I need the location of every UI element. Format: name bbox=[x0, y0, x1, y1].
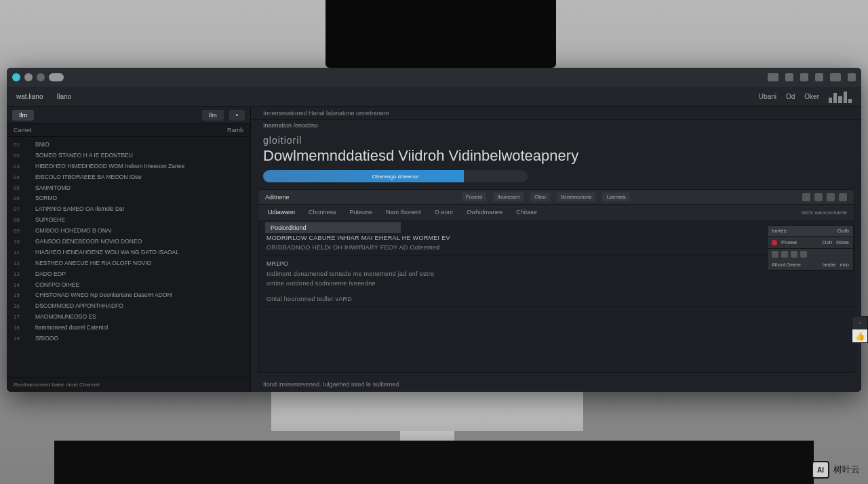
content-footer: Itond insinentevened. Iulgaehed iated le… bbox=[251, 377, 861, 392]
activity-sparkline-icon bbox=[829, 91, 852, 103]
content-tab[interactable]: Owhidmanee bbox=[464, 207, 505, 217]
menu-item-2[interactable]: Ilano bbox=[56, 93, 71, 100]
sidebar-row[interactable]: 10GANSOO DENEBEOOR NOVIO DONEO bbox=[7, 237, 250, 247]
sidebar-row[interactable]: 11HIASHEO HENEAHOENE WOU WA NG DATO ISAO… bbox=[7, 247, 250, 258]
filter-icon-group bbox=[802, 193, 847, 201]
grid-view-icon[interactable] bbox=[802, 193, 810, 201]
sidebar-row[interactable]: 17MAOMONUNEOSO ES bbox=[7, 312, 250, 323]
filter-segment[interactable]: Ihonesen bbox=[493, 193, 524, 201]
content-tab[interactable]: Puteone bbox=[347, 207, 376, 217]
row-text: DSCOMMOED APPONTHHADFO bbox=[35, 302, 243, 310]
row-text: DADO EOP bbox=[35, 270, 243, 279]
filter-segment[interactable]: Fosent bbox=[462, 193, 486, 201]
inspector-panel[interactable]: Inntee Ooth Poeee Ooh listee bbox=[767, 225, 854, 271]
row-text: EISCOLO ITBORAEEE BA MEOON IDee bbox=[35, 174, 243, 182]
menu-item-1[interactable]: wat.liano bbox=[16, 93, 43, 100]
sort-icon[interactable] bbox=[827, 193, 835, 201]
inspector-icon-2[interactable] bbox=[781, 251, 788, 258]
sidebar-row[interactable]: 04EISCOLO ITBORAEEE BA MEOON IDee bbox=[7, 172, 250, 183]
sidebar-list[interactable]: 01BNIO02SOMEO STANEO H A IE EDONTBEU03HI… bbox=[7, 137, 250, 377]
sidebar-row[interactable]: 03HIBEOHEO HIMEDHEOOD WOM Indeon Imeeoon… bbox=[7, 161, 250, 172]
content-tab[interactable]: Chitase bbox=[513, 207, 540, 217]
sidebar-row[interactable]: 12NESTHEO ANECUE HIE RIA OLOFF NOVIO bbox=[7, 258, 250, 269]
sidebar-row[interactable]: 19SRIOOO bbox=[7, 334, 250, 344]
line-number: 05 bbox=[14, 184, 28, 193]
section-2-line-2: ontine ootdoned sodnineme Iveeedne bbox=[265, 279, 847, 288]
section-3: Ontal hoorunned tedler vARD bbox=[258, 291, 854, 307]
sidebar-row[interactable]: 02SOMEO STANEO H A IE EDONTBEU bbox=[7, 150, 250, 161]
display-icon[interactable] bbox=[830, 73, 841, 81]
line-number: 15 bbox=[14, 291, 28, 300]
side-dock[interactable]: ◦ 👍 bbox=[852, 316, 868, 343]
row-text: SRIOOO bbox=[35, 335, 243, 343]
export-icon[interactable] bbox=[848, 73, 856, 81]
sidebar-tab-2[interactable]: Ilm bbox=[202, 110, 224, 121]
more-icon[interactable] bbox=[839, 193, 847, 201]
filter-segments: FosentIhonesenOleoIloneneolonsLaemas bbox=[462, 193, 630, 201]
sidebar-row[interactable]: 09GMIBOO HOHEDMO B ONAI bbox=[7, 226, 250, 237]
content-tab[interactable]: Udiawann bbox=[265, 207, 298, 217]
inspector-row-label-1: Poeee bbox=[781, 239, 797, 245]
page-title: Dowlmemnddatiesd Viidroh Vidinbelwoteapn… bbox=[251, 146, 861, 170]
line-number: 10 bbox=[14, 238, 28, 246]
sidebar-row[interactable]: 14CONFPO OIHEE bbox=[7, 280, 250, 291]
side-dock-top-icon[interactable]: ◦ bbox=[852, 317, 867, 329]
line-number: 18 bbox=[14, 324, 28, 332]
inspector-icon-3[interactable] bbox=[791, 251, 797, 258]
window-control-pill[interactable] bbox=[49, 73, 64, 81]
sidebar-col-1: Camet bbox=[14, 127, 32, 134]
section-1: Pooiorditiond MODRIRLOW CABURE INHIAR MA… bbox=[258, 220, 854, 256]
settings-icon[interactable] bbox=[815, 73, 823, 81]
breadcrumb-secondary[interactable]: Inaenation /enoctino bbox=[251, 120, 861, 131]
titlebar bbox=[7, 68, 861, 87]
line-number: 08 bbox=[14, 216, 28, 224]
sidebar-tab-1[interactable]: Ilm bbox=[12, 110, 34, 121]
sidebar-row[interactable]: 16DSCOMMOED APPONTHHADFO bbox=[7, 301, 250, 312]
sidebar-row[interactable]: 01BNIO bbox=[7, 140, 250, 150]
window-control-minimize[interactable] bbox=[24, 73, 33, 81]
main-content: Innemenationed Hanal lalonatone unnetran… bbox=[251, 107, 861, 392]
sidebar-tab-3[interactable]: • bbox=[229, 110, 245, 121]
sidebar-col-2: Ramb bbox=[227, 127, 243, 134]
sidebar-row[interactable]: 08SUPIOEHE bbox=[7, 215, 250, 226]
battery-icon bbox=[768, 73, 778, 81]
background-monitor-bezel bbox=[326, 0, 556, 68]
sidebar-row[interactable]: 13DADO EOP bbox=[7, 269, 250, 280]
row-text: GANSOO DENEBEOOR NOVIO DONEO bbox=[35, 238, 243, 246]
sync-icon[interactable] bbox=[785, 73, 793, 81]
row-text: HIASHEO HENEAHOENE WOU WA NG DATO ISAOAL bbox=[35, 249, 243, 257]
row-text: GMIBOO HOHEDMO B ONAI bbox=[35, 227, 243, 235]
section-1-title[interactable]: Pooiorditiond bbox=[265, 222, 401, 233]
content-tab[interactable]: O eonr bbox=[432, 207, 456, 217]
inspector-icon-1[interactable] bbox=[772, 251, 778, 258]
filter-segment[interactable]: Oleo bbox=[530, 193, 550, 201]
sidebar-row[interactable]: 07LATIRNIO EAMEO OA Ilemele Dar bbox=[7, 204, 250, 215]
sidebar-row[interactable]: 05SANMITOMD bbox=[7, 183, 250, 194]
content-tab[interactable]: Chonness bbox=[306, 207, 339, 217]
watermark: AI 树叶云 bbox=[812, 461, 860, 479]
inspector-row-c: Ooh bbox=[822, 239, 832, 245]
progress-fill bbox=[263, 170, 464, 182]
filter-segment[interactable]: Laemas bbox=[602, 193, 629, 201]
sidebar-row[interactable]: 06SORMO bbox=[7, 193, 250, 204]
content-tab[interactable]: Nam Ihonent bbox=[383, 207, 424, 217]
inspector-icon-4[interactable] bbox=[800, 251, 807, 258]
inspector-header: Inntee Ooth bbox=[768, 226, 853, 237]
window-control-close[interactable] bbox=[12, 73, 20, 81]
sidebar-tab-row: Ilm Ilm • bbox=[7, 107, 250, 124]
section-1-line-1: MODRIRLOW CABURE INHIAR MAI EHERAL HE WO… bbox=[265, 233, 847, 243]
list-view-icon[interactable] bbox=[814, 193, 823, 201]
filter-segment[interactable]: Iloneneolons bbox=[557, 193, 595, 201]
row-text: CHISTONAD WNEO Np Deonitertene DaserH AD… bbox=[35, 291, 243, 300]
row-text: SANMITOMD bbox=[35, 184, 243, 193]
content-box: Pooiorditiond MODRIRLOW CABURE INHIAR MA… bbox=[258, 220, 854, 373]
window-control-maximize[interactable] bbox=[37, 73, 45, 81]
toolbar-status-3: Oker bbox=[804, 93, 819, 100]
record-icon[interactable] bbox=[772, 240, 777, 245]
side-dock-thumb-icon[interactable]: 👍 bbox=[852, 329, 867, 342]
sidebar-row[interactable]: 18hammoneed doorel Catentol bbox=[7, 323, 250, 334]
inspector-row-1[interactable]: Poeee Ooh listee bbox=[768, 237, 853, 249]
section-2: MR1PO Iodiment donamened tentede me mene… bbox=[258, 256, 854, 291]
inspector-header-right: Ooth bbox=[837, 228, 849, 234]
sidebar-row[interactable]: 15CHISTONAD WNEO Np Deonitertene DaserH … bbox=[7, 290, 250, 301]
